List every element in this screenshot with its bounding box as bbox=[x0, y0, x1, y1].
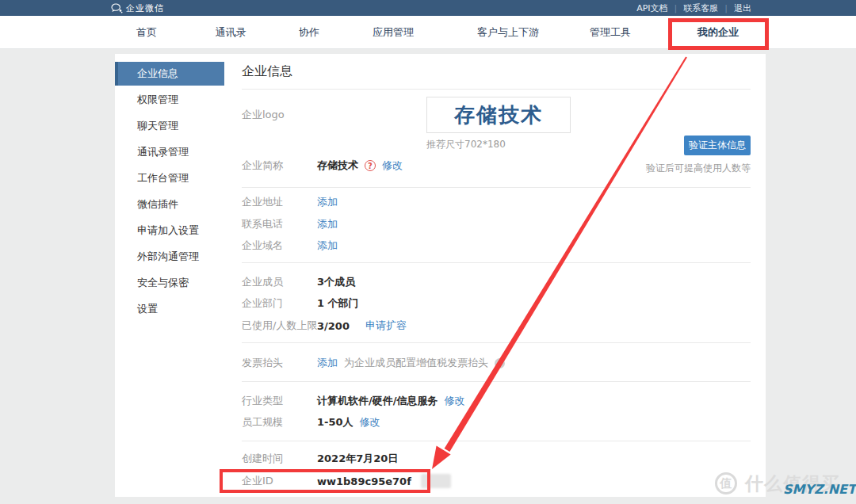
usage-limit-value: 3/200 bbox=[317, 320, 350, 332]
members-label: 企业成员 bbox=[242, 275, 283, 289]
highlight-box-corp-id bbox=[220, 469, 430, 493]
sidebar: 企业信息 权限管理 聊天管理 通讯录管理 工作台管理 微信插件 申请加入设置 外… bbox=[115, 54, 224, 497]
watermark-site: SMYZ.NET bbox=[783, 482, 856, 497]
sidebar-item-company-info[interactable]: 企业信息 bbox=[115, 62, 224, 86]
shortname-value: 存储技术 bbox=[317, 158, 358, 173]
divider bbox=[242, 187, 751, 188]
domain-label: 企业域名 bbox=[242, 239, 283, 253]
sidebar-item-contacts-management[interactable]: 通讯录管理 bbox=[115, 139, 224, 165]
sidebar-item-settings[interactable]: 设置 bbox=[115, 296, 224, 322]
sidebar-item-security[interactable]: 安全与保密 bbox=[115, 269, 224, 296]
phone-add-link[interactable]: 添加 bbox=[317, 217, 338, 231]
address-add-link[interactable]: 添加 bbox=[317, 195, 338, 209]
topbar-links: API文档 | 联系客服 | 退出 bbox=[636, 0, 751, 16]
topbar: 企业微信 API文档 | 联系客服 | 退出 bbox=[0, 0, 856, 16]
created-value: 2022年7月20日 bbox=[317, 452, 398, 466]
sidebar-item-join-settings[interactable]: 申请加入设置 bbox=[115, 217, 224, 243]
logo-size-hint: 推荐尺寸702*180 bbox=[426, 138, 506, 151]
departments-value: 1 个部门 bbox=[317, 296, 359, 311]
app-title: 企业微信 bbox=[126, 2, 164, 14]
usage-limit-label: 已使用/人数上限 bbox=[242, 319, 317, 333]
expand-capacity-link[interactable]: 申请扩容 bbox=[365, 319, 407, 333]
scale-label: 员工规模 bbox=[242, 415, 283, 430]
divider bbox=[242, 441, 751, 441]
logout-link[interactable]: 退出 bbox=[734, 2, 751, 14]
verify-note: 验证后可提高使用人数等 bbox=[646, 162, 751, 175]
domain-add-link[interactable]: 添加 bbox=[317, 239, 338, 253]
members-value: 3个成员 bbox=[317, 275, 355, 289]
departments-label: 企业部门 bbox=[242, 296, 283, 311]
divider bbox=[242, 381, 751, 382]
divider bbox=[242, 89, 751, 90]
sidebar-item-workbench[interactable]: 工作台管理 bbox=[115, 165, 224, 191]
tab-customers[interactable]: 客户与上下游 bbox=[477, 16, 539, 49]
divider bbox=[242, 342, 751, 343]
tab-admin-tools[interactable]: 管理工具 bbox=[590, 16, 631, 49]
company-logo-label: 企业logo bbox=[242, 108, 285, 122]
sidebar-item-wechat-plugin[interactable]: 微信插件 bbox=[115, 191, 224, 217]
industry-label: 行业类型 bbox=[242, 394, 283, 408]
invoice-add-link[interactable]: 添加 bbox=[317, 356, 338, 370]
help-question-icon[interactable]: ? bbox=[365, 160, 376, 171]
tab-collaboration[interactable]: 协作 bbox=[299, 16, 319, 49]
scale-edit-link[interactable]: 修改 bbox=[360, 415, 380, 430]
sidebar-item-external-comms[interactable]: 外部沟通管理 bbox=[115, 243, 224, 269]
api-docs-link[interactable]: API文档 bbox=[636, 2, 667, 14]
industry-edit-link[interactable]: 修改 bbox=[445, 394, 465, 408]
page-title: 企业信息 bbox=[242, 63, 292, 80]
divider bbox=[242, 262, 751, 263]
highlight-box-my-company-tab bbox=[668, 18, 769, 50]
verify-entity-button[interactable]: 验证主体信息 bbox=[684, 136, 751, 155]
company-info-panel: 企业信息 企业logo 存储技术 推荐尺寸702*180 企业简称 存储技术 ?… bbox=[224, 54, 766, 497]
watermark: 值 什么值得买 SMYZ.NET bbox=[712, 469, 856, 501]
sidebar-item-permissions[interactable]: 权限管理 bbox=[115, 86, 224, 113]
divider: | bbox=[674, 3, 678, 13]
shortname-label: 企业简称 bbox=[242, 158, 283, 173]
content-card: 企业信息 权限管理 聊天管理 通讯录管理 工作台管理 微信插件 申请加入设置 外… bbox=[115, 54, 766, 497]
company-logo-text: 存储技术 bbox=[454, 101, 543, 129]
phone-label: 联系电话 bbox=[242, 217, 283, 231]
company-logo-image[interactable]: 存储技术 bbox=[426, 97, 571, 133]
tab-app-management[interactable]: 应用管理 bbox=[373, 16, 414, 49]
shortname-edit-link[interactable]: 修改 bbox=[382, 158, 403, 173]
info-icon[interactable]: i bbox=[495, 358, 505, 368]
scale-value: 1-50人 bbox=[317, 415, 353, 430]
divider: | bbox=[724, 3, 728, 13]
contact-support-link[interactable]: 联系客服 bbox=[683, 2, 718, 14]
watermark-badge-icon: 值 bbox=[715, 472, 737, 494]
invoice-note: 为企业成员配置增值税发票抬头 bbox=[344, 356, 488, 370]
wechat-work-bubble-icon bbox=[111, 3, 123, 13]
app-logo: 企业微信 bbox=[111, 0, 164, 16]
invoice-label: 发票抬头 bbox=[242, 356, 283, 370]
address-label: 企业地址 bbox=[242, 195, 283, 209]
industry-value: 计算机软件/硬件/信息服务 bbox=[317, 394, 438, 408]
created-label: 创建时间 bbox=[242, 452, 283, 466]
tab-home[interactable]: 首页 bbox=[136, 16, 157, 49]
sidebar-item-chat-management[interactable]: 聊天管理 bbox=[115, 113, 224, 139]
tab-contacts[interactable]: 通讯录 bbox=[216, 16, 246, 49]
